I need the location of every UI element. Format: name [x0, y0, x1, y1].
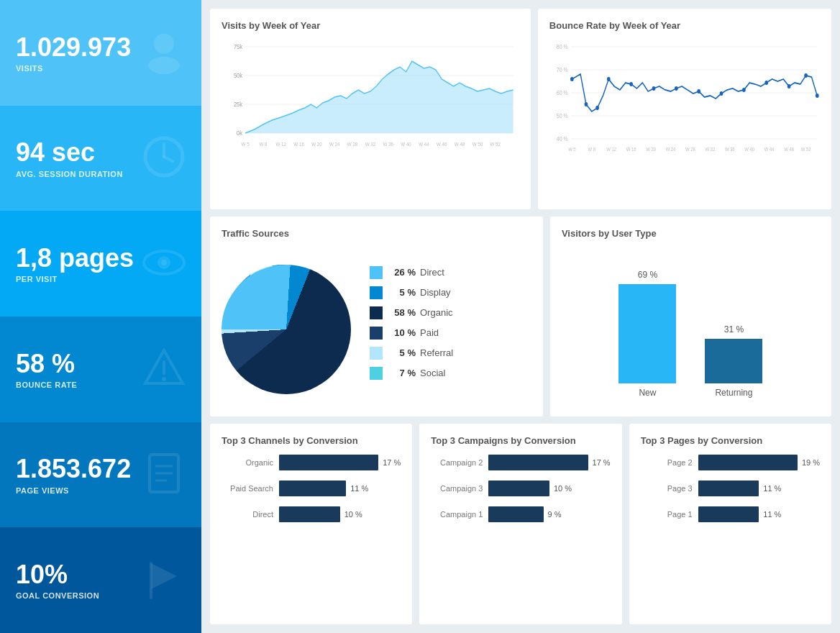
svg-point-51	[584, 102, 588, 106]
returning-bar-col: 31 % Returning	[705, 324, 762, 398]
svg-text:50 %: 50 %	[557, 112, 568, 119]
svg-text:W 28: W 28	[347, 141, 358, 147]
svg-point-10	[162, 377, 166, 381]
svg-text:75k: 75k	[234, 43, 243, 50]
campaigns-bar-track-1: 10 %	[488, 481, 610, 496]
session-label: AVG. SESSION DURATION	[16, 170, 123, 178]
svg-text:80 %: 80 %	[557, 43, 568, 50]
channels-bar-pct-0: 17 %	[383, 458, 401, 467]
pages-bar-pct-1: 11 %	[763, 484, 781, 493]
channels-bar-label-1: Paid Search	[222, 484, 273, 493]
svg-text:W 16: W 16	[626, 146, 636, 152]
campaigns-bar-fill-1	[488, 481, 549, 496]
pages-bar-row-1: Page 3 11 %	[641, 481, 820, 496]
user-icon	[141, 28, 187, 77]
svg-text:W 5: W 5	[242, 141, 250, 147]
visits-label: VISITS	[16, 64, 131, 73]
channels-bar-fill-2	[279, 506, 340, 522]
svg-point-59	[742, 88, 746, 92]
stat-session: 94 sec AVG. SESSION DURATION	[0, 106, 201, 211]
svg-text:W 24: W 24	[665, 146, 675, 152]
svg-text:W 36: W 36	[725, 146, 735, 152]
eye-icon	[141, 240, 187, 288]
legend-organic: 58 % Organic	[370, 306, 531, 319]
legend-referral: 5 % Referral	[370, 347, 531, 360]
stat-pages: 1,8 pages PER VISIT	[0, 211, 201, 316]
svg-text:W 48: W 48	[455, 141, 465, 147]
svg-point-58	[719, 91, 723, 96]
pages-bar-fill-2	[698, 506, 759, 522]
usertype-card: Visitors by User Type 69 % New 31 % Retu…	[550, 217, 831, 417]
svg-text:W 44: W 44	[419, 141, 429, 147]
svg-point-54	[629, 82, 633, 86]
campaigns-bar-track-0: 17 %	[488, 455, 610, 470]
bounce-chart-card: Bounce Rate by Week of Year 80 % 70 % 60…	[538, 9, 831, 209]
svg-point-1	[148, 57, 180, 74]
channels-bar-label-2: Direct	[222, 510, 273, 519]
sidebar: 1.029.973 VISITS 94 sec AVG. SESSION DUR…	[0, 0, 201, 633]
pages-bar-pct-0: 19 %	[802, 458, 820, 467]
top-row: Visits by Week of Year 75k 50k 25k 0k	[210, 9, 831, 209]
channels-bar-fill-1	[279, 481, 346, 496]
campaigns-bar-track-2: 9 %	[488, 506, 610, 522]
stat-visits: 1.029.973 VISITS	[0, 0, 201, 106]
returning-bar-pct: 31 %	[724, 324, 744, 334]
svg-point-60	[764, 81, 768, 85]
legend-label-direct: Direct	[420, 267, 444, 278]
new-bar-col: 69 % New	[618, 270, 676, 398]
svg-text:W 20: W 20	[311, 141, 322, 147]
campaigns-bar-label-1: Campaign 3	[431, 484, 483, 493]
middle-row: Traffic Sources	[210, 217, 831, 417]
pages-bar-label-2: Page 1	[641, 510, 693, 519]
svg-text:W 46: W 46	[437, 141, 447, 147]
pages-bar-row-0: Page 2 19 %	[641, 455, 820, 470]
svg-text:W 16: W 16	[293, 141, 304, 147]
pages-bar-track-1: 11 %	[698, 481, 820, 496]
svg-text:W 28: W 28	[685, 146, 695, 152]
pages-bar-fill-0	[698, 455, 798, 470]
campaigns-title: Top 3 Campaigns by Conversion	[431, 435, 610, 446]
pages-bar-label-0: Page 2	[641, 458, 693, 467]
svg-point-61	[788, 84, 791, 88]
legend-label-organic: Organic	[420, 307, 453, 318]
main-content: Visits by Week of Year 75k 50k 25k 0k	[201, 0, 840, 633]
pages-title: Top 3 Pages by Conversion	[641, 435, 820, 446]
svg-text:W 36: W 36	[383, 141, 394, 147]
pages-bar-label-1: Page 3	[641, 484, 693, 493]
svg-text:W 20: W 20	[646, 146, 656, 152]
bounce-chart-title: Bounce Rate by Week of Year	[549, 20, 820, 31]
legend-pct-direct: 26 %	[390, 267, 416, 278]
campaigns-bar-fill-2	[488, 506, 543, 522]
svg-marker-15	[151, 563, 177, 589]
channels-bar-track-2: 10 %	[279, 506, 401, 522]
legend-label-paid: Paid	[420, 327, 439, 338]
returning-bar-name: Returning	[715, 388, 752, 398]
pages-card: Top 3 Pages by Conversion Page 2 19 % Pa…	[629, 424, 831, 624]
legend-label-social: Social	[420, 368, 445, 378]
legend-direct: 26 % Direct	[370, 266, 531, 279]
svg-point-52	[595, 106, 599, 110]
svg-point-57	[697, 89, 700, 94]
channels-bar-row-1: Paid Search 11 %	[222, 481, 401, 496]
svg-point-50	[570, 77, 574, 81]
legend-color-organic	[370, 306, 383, 319]
legend-color-direct	[370, 266, 383, 279]
svg-point-63	[816, 94, 819, 98]
svg-text:W 44: W 44	[764, 146, 775, 152]
session-value: 94 sec	[16, 138, 123, 167]
traffic-legend: 26 % Direct 5 % Display 58 % Organic	[370, 266, 531, 387]
legend-display: 5 % Display	[370, 286, 531, 299]
new-bar	[618, 284, 676, 383]
pages-value: 1,8 pages	[16, 244, 134, 273]
channels-bar-pct-2: 10 %	[344, 510, 362, 519]
legend-pct-referral: 5 %	[390, 347, 416, 358]
pages-bar-pct-2: 11 %	[763, 510, 781, 519]
conversion-value: 10%	[16, 560, 99, 589]
campaigns-bar-pct-1: 10 %	[554, 484, 572, 493]
svg-text:W 52: W 52	[490, 141, 501, 147]
traffic-content: 26 % Direct 5 % Display 58 % Organic	[222, 247, 531, 406]
legend-label-referral: Referral	[420, 347, 453, 358]
campaigns-bar-label-2: Campaign 1	[431, 510, 483, 519]
svg-point-55	[652, 86, 655, 91]
usertype-chart: 69 % New 31 % Returning	[562, 247, 820, 406]
